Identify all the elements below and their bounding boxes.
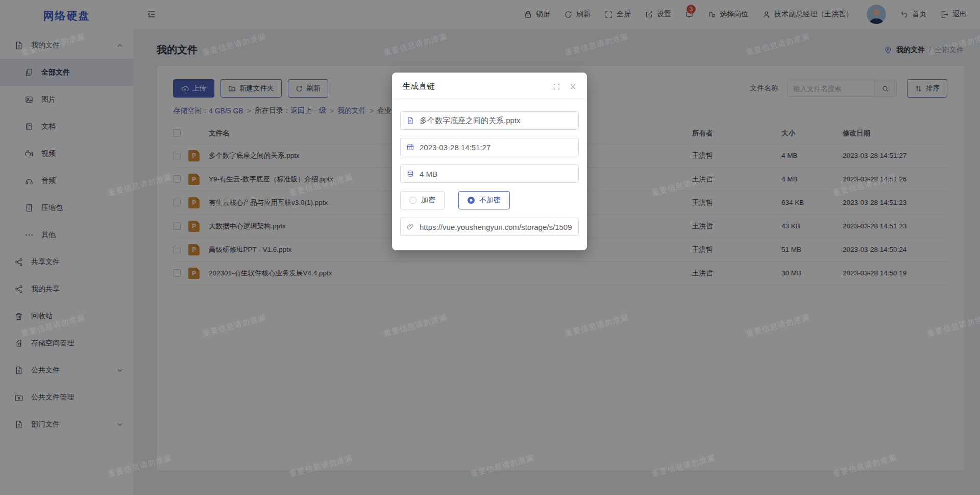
generate-link-dialog: 生成直链 多个数字底座之间的关系.pptx 2023-03-28 14:51:2… [392, 73, 587, 250]
close-icon[interactable] [569, 83, 577, 90]
radio-on-icon [468, 197, 475, 204]
app-root: 网络硬盘 我的文件 全部文件 图片 文档 视频 [0, 0, 980, 495]
file-date-field[interactable]: 2023-03-28 14:51:27 [400, 138, 579, 156]
radio-off-icon [409, 197, 416, 204]
no-encrypt-label: 不加密 [479, 196, 501, 205]
file-name-field[interactable]: 多个数字底座之间的关系.pptx [400, 111, 579, 130]
file-date-value: 2023-03-28 14:51:27 [420, 143, 491, 152]
dialog-header: 生成直链 [392, 73, 587, 99]
link-url-value: https://vue.youshengyun.com/storage/s/15… [420, 223, 572, 231]
dialog-tools [553, 83, 577, 90]
paperclip-icon [406, 223, 414, 231]
file-size-field[interactable]: 4 MB [400, 164, 579, 183]
encrypt-label: 加密 [421, 196, 435, 205]
file-name-value: 多个数字底座之间的关系.pptx [420, 116, 521, 126]
dialog-body: 多个数字底座之间的关系.pptx 2023-03-28 14:51:27 4 M… [392, 99, 587, 250]
calendar-icon [406, 143, 414, 151]
database-icon [406, 170, 414, 178]
no-encrypt-radio[interactable]: 不加密 [458, 191, 510, 209]
expand-icon[interactable] [553, 83, 560, 90]
file-size-value: 4 MB [420, 170, 437, 178]
link-url-field[interactable]: https://vue.youshengyun.com/storage/s/15… [400, 218, 579, 236]
file-icon [406, 116, 414, 125]
encrypt-radio[interactable]: 加密 [400, 191, 445, 209]
dialog-title: 生成直链 [402, 81, 435, 92]
encrypt-radio-group: 加密 不加密 [400, 191, 579, 209]
